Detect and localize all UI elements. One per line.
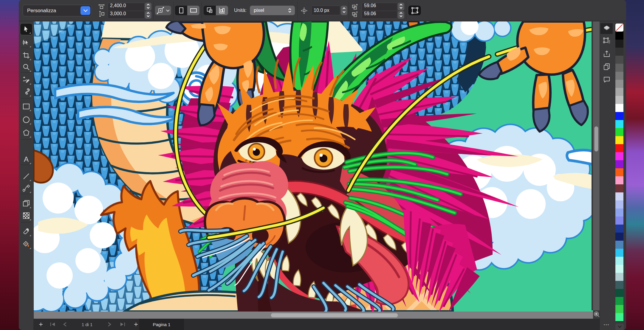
width-stepper[interactable] (145, 3, 151, 10)
page-tab-label: Pagina 1 (153, 322, 170, 327)
swatch-cdd5f5[interactable] (615, 192, 623, 200)
page-tab[interactable]: Pagina 1 (139, 319, 184, 330)
canvas-viewport[interactable] (34, 21, 593, 312)
last-page-button[interactable] (120, 319, 125, 330)
layers-panel-button[interactable] (600, 23, 613, 34)
swatch-909090[interactable] (615, 80, 623, 88)
swatch-f9e513[interactable] (615, 136, 623, 144)
swatch-1e3a96[interactable] (615, 225, 623, 233)
swatch-2cc4f1[interactable] (615, 249, 623, 257)
swatch-8ea5ee[interactable] (615, 208, 623, 217)
swatch-616161[interactable] (615, 64, 623, 72)
swatch-8287ee[interactable] (615, 217, 623, 225)
swatch-333333[interactable] (615, 48, 623, 56)
units-select[interactable]: pixel (250, 6, 295, 15)
swatch-c9f8f0[interactable] (615, 265, 623, 273)
scale-lock-button[interactable] (155, 6, 171, 15)
horizontal-scrollbar[interactable] (34, 312, 593, 319)
portrait-toggle[interactable] (175, 6, 187, 15)
swatch-f02ae9[interactable] (615, 152, 623, 160)
add-artboard-button[interactable]: + (37, 319, 45, 330)
swatch-149a40[interactable] (615, 297, 623, 305)
eyedropper-tool[interactable] (20, 225, 32, 237)
rectangle-tool[interactable] (20, 100, 32, 112)
line-tool[interactable] (20, 170, 32, 182)
swatch-1d1d1d[interactable] (615, 40, 623, 48)
swatch-c0c0c0[interactable] (615, 96, 623, 104)
orientation-toggle[interactable] (175, 6, 199, 15)
swatch-4a4a4a[interactable] (615, 56, 623, 64)
swatch-3a5c60[interactable] (615, 281, 623, 289)
horizontal-scrollbar-thumb[interactable] (271, 313, 398, 317)
ellipse-tool[interactable] (20, 114, 32, 126)
vertical-scrollbar[interactable] (592, 21, 600, 310)
first-page-button[interactable] (50, 319, 55, 330)
swatch-0e4f3a[interactable] (615, 289, 623, 297)
swatch-f65d12[interactable] (615, 168, 623, 176)
swatch-111f63[interactable] (615, 233, 623, 241)
artboards-toggle[interactable] (216, 6, 228, 15)
swatch-28e2f4[interactable] (615, 120, 623, 128)
dpi-y-stepper[interactable] (398, 11, 404, 19)
zoom-corner-button[interactable] (593, 310, 600, 319)
duplicate-tool[interactable] (20, 197, 32, 209)
pencil-tool[interactable] (20, 86, 32, 98)
tool-flyout-caret (30, 192, 31, 193)
more-options-button[interactable]: ••• (600, 323, 613, 327)
swatch-8d15d3[interactable] (615, 160, 623, 168)
preset-dropdown[interactable]: Personalizza (23, 5, 92, 16)
next-page-button[interactable] (108, 319, 111, 330)
swatch-aebcf2[interactable] (615, 200, 623, 208)
pen-tool[interactable] (20, 74, 32, 86)
swatch-b5ced3[interactable] (615, 273, 623, 281)
swatch-none[interactable] (615, 24, 623, 32)
connector-tool[interactable] (20, 182, 32, 194)
swatch-fb9fca[interactable] (615, 176, 623, 184)
landscape-toggle[interactable] (187, 6, 199, 15)
tools-sidebar: A (19, 21, 34, 330)
add-page-button[interactable]: + (132, 319, 140, 330)
vertical-scrollbar-thumb[interactable] (594, 126, 598, 152)
width-field[interactable]: 2,400.0 (108, 3, 145, 11)
preset-chevron-button[interactable] (80, 6, 90, 15)
crop-tool[interactable] (20, 49, 32, 61)
chevron-down-icon (618, 324, 622, 328)
swatch-ffffff[interactable] (615, 104, 623, 112)
swatch-3df28f[interactable] (615, 313, 623, 321)
swatches-scroll-down-button[interactable] (615, 323, 624, 330)
move-tool[interactable] (20, 23, 32, 35)
swatch-4c82b5[interactable] (615, 241, 623, 249)
swatch-6d3237[interactable] (615, 184, 623, 192)
swatch-0b1df2[interactable] (615, 112, 623, 120)
objects-artboards-toggle[interactable] (204, 6, 228, 15)
height-field[interactable]: 3,000.0 (108, 11, 145, 19)
nudge-stepper[interactable] (341, 6, 347, 15)
previous-page-button[interactable] (63, 319, 67, 330)
swatch-787878[interactable] (615, 72, 623, 80)
swatch-35d04e[interactable] (615, 305, 623, 313)
zoom-tool[interactable] (20, 61, 32, 73)
swatch-ef1212[interactable] (615, 144, 623, 152)
objects-toggle[interactable] (204, 6, 216, 15)
transform-mode-button[interactable] (408, 6, 421, 15)
tool-flyout-caret (30, 248, 31, 249)
dpi-x-stepper[interactable] (398, 3, 404, 10)
transparency-tool[interactable] (20, 210, 32, 222)
swatch-22dc30[interactable] (615, 128, 623, 136)
dpi-x-field[interactable]: 59.06 (362, 3, 397, 11)
height-stepper[interactable] (145, 11, 151, 19)
text-tool[interactable]: A (20, 153, 32, 165)
comments-panel-button[interactable] (600, 74, 613, 85)
swatch-a3f0ef[interactable] (615, 257, 623, 265)
export-panel-button[interactable] (600, 49, 613, 59)
dpi-y-field[interactable]: 59.06 (362, 11, 397, 19)
adjustment-panel-button[interactable] (600, 36, 613, 46)
polygon-tool[interactable] (20, 127, 32, 139)
fill-tool[interactable] (20, 238, 32, 250)
swatch-000000[interactable] (615, 32, 623, 40)
node-tool[interactable] (20, 37, 32, 49)
swatch-a8a8a8[interactable] (615, 88, 623, 96)
nudge-field[interactable]: 10.0 px (311, 6, 340, 15)
tool-group-divider (21, 48, 32, 48)
pages-panel-button[interactable] (600, 61, 613, 72)
